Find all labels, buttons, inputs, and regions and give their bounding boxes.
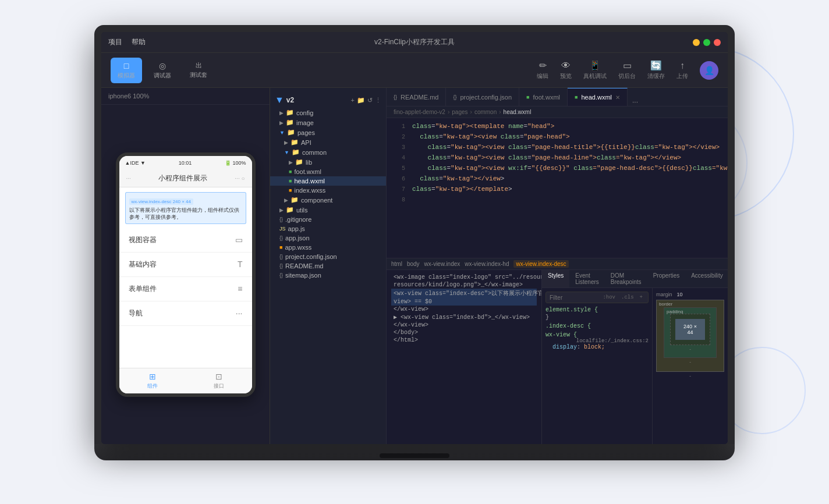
file-orange-icon: ■ <box>289 187 292 193</box>
file-green-icon: ■ <box>289 169 292 175</box>
file-tree-item[interactable]: {} app.json <box>270 233 386 243</box>
new-folder-icon[interactable]: 📁 <box>357 97 365 104</box>
device-debug-icon: 📱 <box>589 60 601 71</box>
collapse-icon[interactable]: ⋮ <box>375 97 381 104</box>
edit-action[interactable]: ✏ 编辑 <box>537 60 548 80</box>
edit-icon: ✏ <box>539 60 547 71</box>
breadcrumb-separator: › <box>499 109 501 115</box>
minimize-button[interactable] <box>693 39 700 46</box>
clear-cache-action[interactable]: 🔄 清缓存 <box>647 60 665 80</box>
menu-item-project[interactable]: 项目 <box>108 37 122 47</box>
box-model: margin 10 border padding <box>652 288 728 444</box>
phone-app-name: 小程序组件展示 <box>158 173 207 183</box>
new-file-icon[interactable]: + <box>351 97 355 104</box>
box-model-border: padding 240 × 44 - <box>664 307 717 358</box>
phone-nav-item[interactable]: ⊞组件 <box>119 368 186 393</box>
file-tree-item[interactable]: {} sitemap.json <box>270 271 386 280</box>
close-button[interactable] <box>714 39 721 46</box>
devtools-breadcrumb-item[interactable]: wx-view.index-desc <box>513 260 568 268</box>
file-tree-item[interactable]: ■ app.wxss <box>270 243 386 252</box>
file-tree-item[interactable]: ▶ 📁 config <box>270 108 386 118</box>
box-model-outer: border padding 240 × 44 - <box>656 300 724 372</box>
file-tree-item-label: index.wxss <box>294 187 325 194</box>
filter-hov-btn[interactable]: :hov <box>601 294 617 301</box>
file-yellow-icon: JS <box>279 226 286 232</box>
phone-menu-icon: ▭ <box>235 235 243 244</box>
laptop-notch <box>380 453 449 458</box>
phone-menu-item[interactable]: 导航··· <box>119 301 252 326</box>
file-tree-item[interactable]: ▼ 📁 common <box>270 147 386 157</box>
phone-menu-item[interactable]: 基础内容T <box>119 253 252 277</box>
tab-more-button[interactable]: ··· <box>628 98 643 106</box>
debugger-button[interactable]: ◎ 调试器 <box>147 58 178 83</box>
file-tree-item-label: project.config.json <box>285 253 337 260</box>
styles-filter-input[interactable] <box>550 294 596 301</box>
maximize-button[interactable] <box>703 39 710 46</box>
filter-add-btn[interactable]: + <box>638 294 644 301</box>
editor-tab[interactable]: {}project.config.json <box>446 88 519 106</box>
phone-signal: ▲IDE ▼ <box>125 160 146 166</box>
css-rule: element.style {} <box>545 307 649 321</box>
phone-menu-item[interactable]: 表单组件≡ <box>119 277 252 301</box>
file-tree-item[interactable]: ▶ 📁 image <box>270 118 386 127</box>
file-tree-item[interactable]: {} project.config.json <box>270 252 386 261</box>
editor-tab[interactable]: ■head.wxml✕ <box>568 88 628 106</box>
upload-action[interactable]: ↑ 上传 <box>676 61 688 80</box>
file-tree-item[interactable]: ▶ 📁 API <box>270 137 386 147</box>
tab-label: foot.wxml <box>533 94 560 101</box>
code-editor[interactable]: 1class="kw-tag"><template name="head">2 … <box>387 118 728 258</box>
styles-tab[interactable]: Styles <box>542 270 569 288</box>
refresh-icon[interactable]: ↺ <box>367 97 373 104</box>
styles-tab[interactable]: Event Listeners <box>569 270 605 288</box>
file-tree-header: ▼ v2 + 📁 ↺ ⋮ <box>270 93 386 108</box>
file-tree-item[interactable]: ■ foot.wxml <box>270 167 386 176</box>
user-avatar[interactable]: 👤 <box>700 61 718 80</box>
devtools-breadcrumb-item[interactable]: wx-view.index <box>424 261 460 267</box>
devtools-breadcrumb-item[interactable]: body <box>407 261 420 267</box>
styles-tab[interactable]: Accessibility <box>685 270 728 288</box>
devtools-breadcrumb-item[interactable]: wx-view.index-hd <box>465 261 509 267</box>
file-tree-item[interactable]: ▶ 📁 lib <box>270 157 386 167</box>
upload-label: 上传 <box>676 72 688 80</box>
testkit-button[interactable]: 出 测试套 <box>183 58 214 83</box>
folder-open-icon: ▼ <box>279 130 285 136</box>
tab-file-icon: {} <box>453 94 456 100</box>
tab-close-button[interactable]: ✕ <box>615 94 620 101</box>
phone-panel: iphone6 100% ▲IDE ▼ 10:01 🔋 100% ··· <box>101 88 270 444</box>
file-tree-item[interactable]: JS app.js <box>270 224 386 233</box>
background-label: 切后台 <box>618 72 636 80</box>
phone-menu-item[interactable]: 视图容器▭ <box>119 228 252 253</box>
devtools-breadcrumb-item[interactable]: html <box>391 261 402 267</box>
preview-action[interactable]: 👁 预览 <box>560 61 572 80</box>
file-tree-item[interactable]: {} README.md <box>270 261 386 271</box>
background-action[interactable]: ▭ 切后台 <box>618 60 636 80</box>
phone-panel-header: iphone6 100% <box>101 88 270 105</box>
code-text: class="kw-tag"><view class="page-head-ti… <box>412 144 720 151</box>
file-tree-item-label: .gitignore <box>285 216 311 223</box>
styles-tab[interactable]: DOM Breakpoints <box>605 270 647 288</box>
editor-tab[interactable]: {}README.md <box>387 88 446 106</box>
file-tree-item-label: app.js <box>288 225 305 232</box>
file-tree-item-label: app.wxss <box>285 244 311 251</box>
file-tree-item[interactable]: ■ index.wxss <box>270 186 386 195</box>
styles-tab[interactable]: Properties <box>647 270 686 288</box>
simulator-button[interactable]: □ 模拟器 <box>111 58 142 83</box>
testkit-icon: 出 <box>196 61 202 70</box>
phone-nav-item[interactable]: ⊡接口 <box>186 368 252 393</box>
file-tree-item[interactable]: ■ head.wxml <box>270 176 386 186</box>
folder-closed-icon: ▶ <box>289 159 293 165</box>
file-tree-item[interactable]: ▶ 📁 component <box>270 195 386 205</box>
file-tree-item[interactable]: ▼ 📁 pages <box>270 127 386 137</box>
line-number: 7 <box>391 186 405 193</box>
file-tree-item[interactable]: ▶ 📁 utils <box>270 205 386 215</box>
editor-tab[interactable]: ■foot.wxml <box>519 88 568 106</box>
devtools-main: <wx-image class="index-logo" src="../res… <box>387 270 728 444</box>
menu-item-help[interactable]: 帮助 <box>132 37 146 47</box>
edit-label: 编辑 <box>537 72 548 80</box>
screen-bezel: 项目 帮助 v2-FinClip小程序开发工具 □ <box>94 25 735 444</box>
device-debug-action[interactable]: 📱 真机调试 <box>583 60 607 80</box>
testkit-label: 测试套 <box>190 71 207 79</box>
filter-cls-btn[interactable]: .cls <box>619 294 636 301</box>
file-tree-item[interactable]: {} .gitignore <box>270 215 386 224</box>
phone-device: ▲IDE ▼ 10:01 🔋 100% ··· 小程序组件展示 ··· ○ <box>116 152 256 397</box>
